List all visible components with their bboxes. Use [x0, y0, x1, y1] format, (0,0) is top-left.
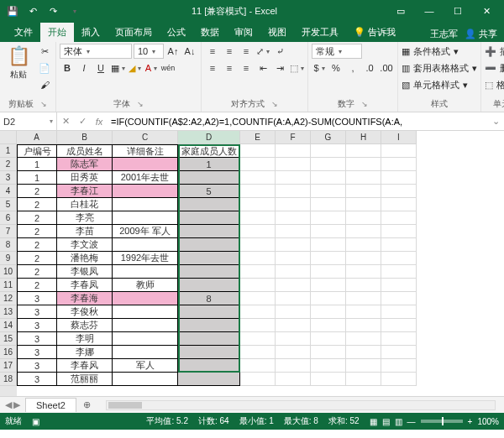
- cell[interactable]: [240, 144, 276, 158]
- cell[interactable]: [240, 279, 276, 292]
- cell[interactable]: [240, 211, 276, 225]
- cell[interactable]: 李春风: [57, 359, 113, 373]
- cell[interactable]: [178, 211, 240, 225]
- increase-decimal[interactable]: .0: [362, 60, 377, 76]
- insert-cells[interactable]: ➕插入 ▾: [485, 44, 504, 59]
- cell[interactable]: 3: [17, 319, 57, 332]
- cell[interactable]: 1992年去世: [113, 252, 178, 265]
- cell[interactable]: [240, 319, 276, 332]
- cell[interactable]: 李春江: [57, 185, 113, 198]
- row-header[interactable]: 12: [0, 292, 17, 305]
- view-normal-icon[interactable]: ▦: [370, 417, 377, 426]
- decrease-indent[interactable]: ⇤: [255, 60, 270, 76]
- maximize-button[interactable]: ☐: [444, 0, 472, 22]
- cell[interactable]: [240, 292, 276, 305]
- orientation-button[interactable]: ⤢: [255, 44, 270, 59]
- align-top[interactable]: ≡: [205, 44, 220, 59]
- cell[interactable]: [240, 198, 276, 211]
- border-button[interactable]: ▦: [110, 60, 125, 76]
- column-header-B[interactable]: B: [57, 131, 113, 144]
- cell[interactable]: 户编号: [17, 144, 57, 158]
- cell[interactable]: [346, 185, 381, 198]
- row-header[interactable]: 15: [0, 332, 17, 346]
- tab-view[interactable]: 视图: [260, 23, 294, 42]
- cell[interactable]: [381, 252, 417, 265]
- cell[interactable]: [113, 265, 178, 279]
- zoom-in[interactable]: +: [468, 417, 473, 426]
- cell[interactable]: 2: [17, 252, 57, 265]
- cell[interactable]: 李银凤: [57, 265, 113, 279]
- align-center[interactable]: ≡: [222, 60, 237, 76]
- redo-button[interactable]: ↷: [44, 3, 62, 19]
- zoom-slider[interactable]: [421, 420, 463, 423]
- column-header-F[interactable]: F: [276, 131, 311, 144]
- zoom-out[interactable]: —: [407, 417, 416, 426]
- cell[interactable]: [381, 158, 417, 171]
- cell[interactable]: [178, 305, 240, 319]
- tab-formulas[interactable]: 公式: [160, 23, 193, 42]
- cell[interactable]: 2: [17, 225, 57, 238]
- tab-insert[interactable]: 插入: [74, 23, 108, 42]
- cell[interactable]: [240, 359, 276, 373]
- cell[interactable]: [311, 252, 346, 265]
- cell[interactable]: [240, 171, 276, 185]
- row-header[interactable]: 11: [0, 279, 17, 292]
- cell[interactable]: [346, 346, 381, 359]
- cell[interactable]: 李娜: [57, 346, 113, 359]
- cell[interactable]: 李明: [57, 332, 113, 346]
- cell[interactable]: [311, 238, 346, 252]
- cell[interactable]: [276, 158, 311, 171]
- cell[interactable]: [276, 171, 311, 185]
- enter-formula[interactable]: ✓: [74, 116, 91, 127]
- font-color-button[interactable]: A: [144, 60, 159, 76]
- wrap-text[interactable]: ⤶: [272, 44, 287, 59]
- cell[interactable]: [178, 279, 240, 292]
- cell[interactable]: 详细备注: [113, 144, 178, 158]
- cell[interactable]: [178, 332, 240, 346]
- row-header[interactable]: 10: [0, 265, 17, 279]
- tab-review[interactable]: 审阅: [227, 23, 260, 42]
- cell[interactable]: 蔡志芬: [57, 319, 113, 332]
- cell[interactable]: [178, 346, 240, 359]
- cell[interactable]: [346, 225, 381, 238]
- cut-button[interactable]: ✂: [37, 44, 52, 59]
- conditional-formatting[interactable]: ▦条件格式 ▾: [402, 44, 477, 59]
- number-format-select[interactable]: 常规: [312, 44, 362, 59]
- increase-font[interactable]: A↑: [165, 44, 181, 59]
- cell[interactable]: [311, 198, 346, 211]
- cell[interactable]: [178, 319, 240, 332]
- minimize-button[interactable]: —: [415, 0, 444, 22]
- cell[interactable]: 2: [17, 265, 57, 279]
- cell[interactable]: 成员姓名: [57, 144, 113, 158]
- cell[interactable]: [276, 373, 311, 386]
- column-header-A[interactable]: A: [17, 131, 57, 144]
- row-header[interactable]: 2: [0, 158, 17, 171]
- cell[interactable]: [276, 332, 311, 346]
- cell[interactable]: [178, 252, 240, 265]
- column-header-H[interactable]: H: [346, 131, 381, 144]
- cell[interactable]: [311, 185, 346, 198]
- align-left[interactable]: ≡: [205, 60, 220, 76]
- cell[interactable]: [178, 359, 240, 373]
- cell[interactable]: [240, 332, 276, 346]
- cell[interactable]: 陈志军: [57, 158, 113, 171]
- cell[interactable]: [276, 346, 311, 359]
- row-header[interactable]: 4: [0, 185, 17, 198]
- column-header-G[interactable]: G: [311, 131, 346, 144]
- tell-me[interactable]: 💡 告诉我: [346, 23, 403, 42]
- fill-color-button[interactable]: ◢: [127, 60, 142, 76]
- phonetic-button[interactable]: wén: [160, 60, 176, 76]
- align-right[interactable]: ≡: [239, 60, 254, 76]
- delete-cells[interactable]: ➖删除 ▾: [485, 60, 504, 76]
- save-button[interactable]: 💾: [3, 3, 22, 19]
- column-header-I[interactable]: I: [381, 131, 417, 144]
- cell[interactable]: [276, 198, 311, 211]
- new-sheet-button[interactable]: ⊕: [76, 399, 97, 410]
- cell[interactable]: [346, 279, 381, 292]
- cells-area[interactable]: 户编号成员姓名详细备注家庭成员人数1陈志军11田秀英2001年去世2李春江52白…: [17, 144, 504, 386]
- cell[interactable]: [381, 319, 417, 332]
- merge-button[interactable]: ⬚: [289, 60, 304, 76]
- comma-format[interactable]: ,: [345, 60, 360, 76]
- underline-button[interactable]: U: [93, 60, 108, 76]
- cell[interactable]: [346, 359, 381, 373]
